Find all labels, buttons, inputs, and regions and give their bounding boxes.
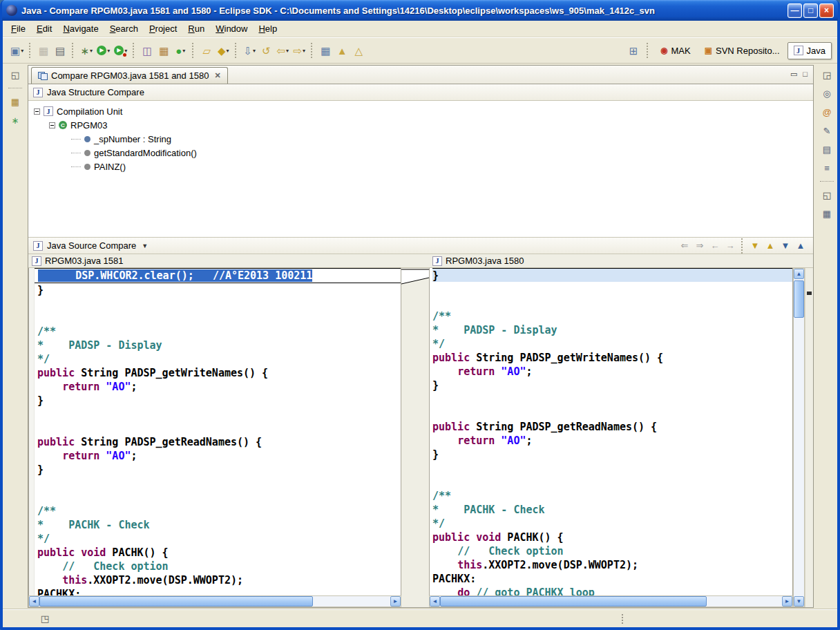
open-perspective-button[interactable]: ⊞	[625, 41, 642, 59]
copy-current-left-to-right-button[interactable]: →	[723, 238, 738, 254]
console-view-icon[interactable]: ▤	[819, 142, 834, 156]
scroll-track[interactable]	[794, 279, 804, 596]
outline-view-icon[interactable]: ▦	[819, 207, 834, 220]
previous-change-button[interactable]: ▲	[793, 238, 808, 254]
open-resource-button[interactable]: ▱	[198, 41, 215, 59]
scroll-thumb[interactable]	[794, 280, 804, 318]
print-button[interactable]: ▤	[52, 41, 68, 59]
debug-button[interactable]: ∗▾	[78, 41, 95, 59]
tab-close-icon[interactable]: ✕	[214, 71, 220, 80]
search-view-icon[interactable]: ◎	[819, 86, 834, 100]
run-button[interactable]: ▶▾	[95, 41, 112, 59]
menu-navigate[interactable]: Navigate	[57, 21, 104, 36]
menu-edit[interactable]: Edit	[31, 21, 57, 36]
new-package-button[interactable]: ▦	[155, 41, 172, 59]
right-pane-title: J RPGM03.java 1580	[429, 254, 793, 268]
menu-search[interactable]: Search	[104, 21, 144, 36]
tree-item[interactable]: JCompilation Unit	[28, 104, 813, 118]
back-button[interactable]: ⇦▾	[274, 41, 291, 59]
annotation-navigation-button[interactable]: ⇩▾	[241, 41, 258, 59]
restore-tray-icon[interactable]: ◱	[819, 188, 834, 202]
overview-diff-marker[interactable]	[807, 292, 812, 295]
tree-item[interactable]: PAINZ()	[28, 160, 813, 173]
copy-all-right-to-left-button[interactable]: ⇐	[677, 238, 692, 254]
vertical-scrollbar[interactable]: ▲ ▼	[793, 268, 805, 607]
tab-compare-rpgm03[interactable]: Compare RPGM03.java 1581 and 1580 ✕	[31, 67, 228, 84]
tree-item[interactable]: getStandardModification()	[28, 146, 813, 160]
vertical-scrollbar-column: ▲ ▼	[793, 254, 805, 607]
dropdown-arrow-icon: ▾	[286, 48, 289, 54]
scroll-track[interactable]	[440, 596, 782, 607]
method-icon	[84, 150, 90, 156]
menu-run[interactable]: Run	[182, 21, 210, 36]
tree-item[interactable]: _spNumber : String	[28, 132, 813, 146]
new-class-button[interactable]: ●▾	[172, 41, 189, 59]
restore-tray-icon-glyph: ◱	[823, 190, 831, 200]
minimized-view-icon-2[interactable]: ∗	[8, 113, 23, 127]
next-change-button[interactable]: ▼	[778, 238, 793, 254]
close-button[interactable]: ×	[819, 3, 834, 18]
run-external-tools-button[interactable]: ▶▾	[112, 41, 129, 59]
minimized-view-icon-1[interactable]: ▦	[8, 95, 23, 108]
scroll-track[interactable]	[39, 596, 390, 607]
previous-annotation-button-glyph: △	[354, 46, 363, 56]
previous-difference-button[interactable]: ▲	[763, 238, 778, 254]
right-horizontal-scrollbar[interactable]: ◄ ►	[429, 595, 793, 607]
collapse-toggle-icon[interactable]	[49, 122, 55, 128]
next-difference-button[interactable]: ▼	[747, 238, 763, 254]
menu-window[interactable]: Window	[210, 21, 253, 36]
tree-item[interactable]: CRPGM03	[28, 118, 813, 132]
perspective-svn-repository[interactable]: ▣SVN Reposito...	[698, 42, 786, 59]
forward-button[interactable]: ⇨▾	[291, 41, 307, 59]
perspective-java[interactable]: JJava	[788, 42, 832, 59]
code-line	[37, 477, 401, 490]
scroll-thumb[interactable]	[39, 596, 313, 607]
maximize-button[interactable]: □	[803, 3, 818, 18]
left-code[interactable]: DSP.WHCOR2.clear(); //A°E2013 100211} /*…	[35, 268, 401, 595]
restore-editor-icon[interactable]: ◱	[8, 68, 23, 82]
search-button[interactable]: ◆▾	[215, 41, 231, 59]
java-source-icon: J	[33, 241, 43, 251]
code-line: public void PACHK() {	[432, 531, 792, 544]
next-annotation-button[interactable]: ▲	[334, 41, 350, 59]
javadoc-view-icon[interactable]: @	[819, 105, 834, 119]
last-edit-location-button[interactable]: ↺	[258, 41, 274, 59]
code-line: public String PADSP_getWriteNames() {	[432, 351, 792, 365]
minimize-button[interactable]: —	[788, 3, 802, 18]
scroll-up-arrow[interactable]: ▲	[794, 269, 804, 279]
maximize-editor-button[interactable]: □	[803, 70, 808, 79]
source-compare-menu-icon[interactable]: ▼	[142, 242, 148, 249]
copy-all-left-to-right-button[interactable]: ⇒	[692, 238, 707, 254]
new-java-project-button[interactable]: ◫	[139, 41, 155, 59]
tree-connector	[71, 153, 81, 153]
scroll-down-arrow[interactable]: ▼	[794, 596, 804, 607]
new-wizard-button[interactable]: ▣▾	[8, 41, 26, 59]
new-java-project-button-glyph: ◫	[142, 46, 152, 56]
scroll-right-arrow[interactable]: ►	[782, 596, 792, 607]
copy-current-right-to-left-button[interactable]: ←	[707, 238, 723, 254]
link-with-editor-button[interactable]: ▦	[317, 41, 334, 59]
scroll-thumb[interactable]	[440, 596, 707, 607]
left-horizontal-scrollbar[interactable]: ◄ ►	[28, 595, 401, 607]
minimize-editor-button[interactable]: ▭	[790, 70, 797, 79]
collapse-toggle-icon[interactable]	[34, 108, 40, 115]
copy-current-left-to-right-button-glyph: →	[726, 240, 735, 251]
scroll-right-arrow[interactable]: ►	[390, 596, 401, 607]
save-button[interactable]: ▦	[35, 41, 52, 59]
right-code[interactable]: } /*** PADSP - Display*/public String PA…	[430, 268, 792, 595]
eclipse-icon[interactable]	[6, 5, 17, 16]
scroll-left-arrow[interactable]: ◄	[430, 596, 440, 607]
menu-help[interactable]: Help	[253, 21, 283, 36]
previous-annotation-button[interactable]: △	[350, 41, 367, 59]
structure-tree[interactable]: JCompilation UnitCRPGM03_spNumber : Stri…	[28, 101, 813, 238]
code-line: */	[37, 352, 401, 366]
code-line: // Check option	[37, 560, 401, 573]
scroll-left-arrow[interactable]: ◄	[29, 596, 39, 607]
history-view-icon[interactable]: ≡	[819, 161, 834, 175]
menu-project[interactable]: Project	[144, 21, 182, 36]
fast-view-toggle[interactable]: ◳	[37, 612, 52, 626]
perspective-mak[interactable]: ◉MAK	[654, 42, 697, 59]
restore-view-icon[interactable]: ◲	[819, 68, 834, 82]
declaration-view-icon[interactable]: ✎	[819, 124, 834, 137]
menu-file[interactable]: File	[6, 21, 31, 36]
